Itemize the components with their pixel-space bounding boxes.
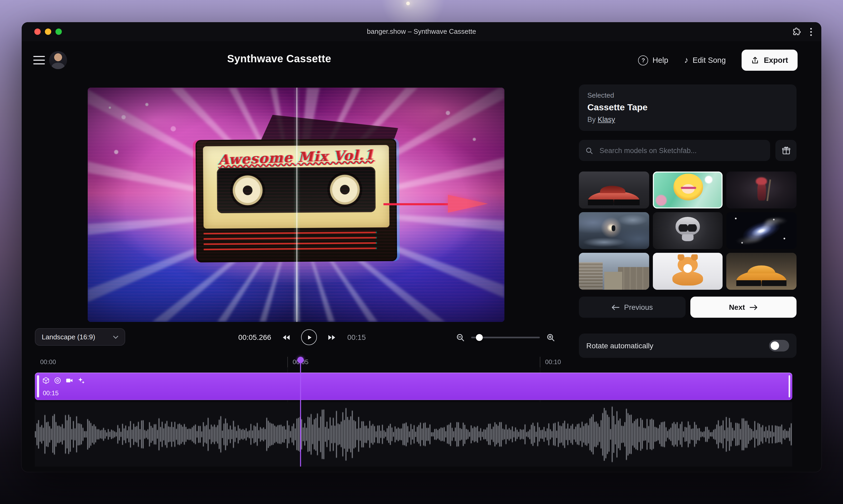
selected-label: Selected [587,91,788,99]
timeline-zoom-controls [456,328,555,346]
rotate-label: Rotate automatically [586,341,653,350]
sparkles-icon [78,377,85,384]
video-clip-track[interactable]: 00:15 [35,373,792,400]
video-camera-icon [66,377,73,384]
rotate-toggle[interactable] [769,340,789,352]
clip-duration-label: 00:15 [43,390,58,397]
transport-controls: 00:05.266 00:15 [196,328,402,346]
model-grid [579,172,796,290]
previous-label: Previous [624,303,653,311]
chevron-down-icon [113,336,118,339]
window-title: banger.show – Synthwave Cassette [22,22,821,41]
selected-model-name: Cassette Tape [587,102,788,113]
record-circle-icon [54,377,61,384]
zoom-in-icon[interactable] [546,333,555,342]
model-search-box[interactable] [579,140,770,161]
search-icon [585,146,593,155]
extensions-puzzle-icon[interactable] [792,28,801,36]
next-label: Next [729,303,745,311]
user-avatar[interactable] [49,51,67,69]
audio-waveform [35,402,792,467]
rewind-button[interactable] [282,334,291,340]
3d-cube-icon [42,377,50,384]
aspect-ratio-value: Landscape (16:9) [42,333,95,341]
model-thumb-skull[interactable] [653,212,723,249]
moon-light [407,2,410,5]
clip-layer-icons [42,377,85,384]
by-label: By [587,115,596,124]
model-thumb-anime-character[interactable] [653,172,723,209]
model-sidebar: Selected Cassette Tape By Klasy [579,85,796,358]
selected-model-author-row: By Klasy [587,115,788,124]
menu-kebab-icon[interactable] [810,28,812,36]
gift-button[interactable] [775,140,796,161]
fast-forward-button[interactable] [328,334,337,340]
model-thumb-shiba-dog[interactable] [653,253,723,290]
selected-model-card: Selected Cassette Tape By Klasy [579,85,796,131]
aspect-ratio-dropdown[interactable]: Landscape (16:9) [35,328,125,346]
zoom-slider-knob[interactable] [476,334,483,341]
total-duration: 00:15 [347,333,366,341]
help-button[interactable]: ? Help [638,55,668,65]
export-label: Export [764,56,788,65]
arrow-right-icon [750,304,758,310]
app-header: Synthwave Cassette ? Help ♪ Edit Song [22,41,821,79]
toggle-knob [771,341,779,350]
model-thumb-spiral-galaxy[interactable] [726,212,796,249]
current-time: 00:05.266 [232,333,271,341]
model-thumb-vintage-car[interactable] [726,253,796,290]
app-window: banger.show – Synthwave Cassette Synthwa… [22,22,821,472]
author-link[interactable]: Klasy [598,115,615,124]
timeline[interactable]: 00:00 00:05 00:10 [22,357,821,468]
export-icon [751,56,759,64]
model-thumb-red-sports-car[interactable] [579,172,649,209]
ruler-label-2: 00:10 [545,358,561,366]
edit-song-label: Edit Song [692,56,726,65]
hamburger-menu-button[interactable] [33,56,45,65]
edit-song-button[interactable]: ♪ Edit Song [684,56,726,65]
video-preview-viewport[interactable]: Awesome Mix Vol.1 [88,88,504,322]
rotate-setting-card: Rotate automatically [579,334,796,358]
vignette-overlay [88,88,504,322]
next-button[interactable]: Next [690,296,796,318]
model-thumb-city-block[interactable] [579,253,649,290]
arrow-left-icon [612,304,619,310]
play-icon [306,334,312,340]
gift-icon [781,146,790,155]
model-thumb-dark-warrior[interactable] [726,172,796,209]
zoom-slider[interactable] [471,337,540,338]
help-icon: ? [638,55,648,65]
ruler-label-0: 00:00 [40,358,56,366]
window-titlebar: banger.show – Synthwave Cassette [22,22,821,42]
audio-track[interactable] [35,402,792,467]
project-title: Synthwave Cassette [227,53,331,65]
previous-button[interactable]: Previous [579,296,685,318]
help-label: Help [653,56,668,65]
model-thumb-storm-figure[interactable] [579,212,649,249]
music-note-icon: ♪ [684,56,688,65]
play-button[interactable] [301,329,317,345]
search-input[interactable] [599,146,764,155]
zoom-out-icon[interactable] [456,333,465,342]
export-button[interactable]: Export [742,50,797,71]
